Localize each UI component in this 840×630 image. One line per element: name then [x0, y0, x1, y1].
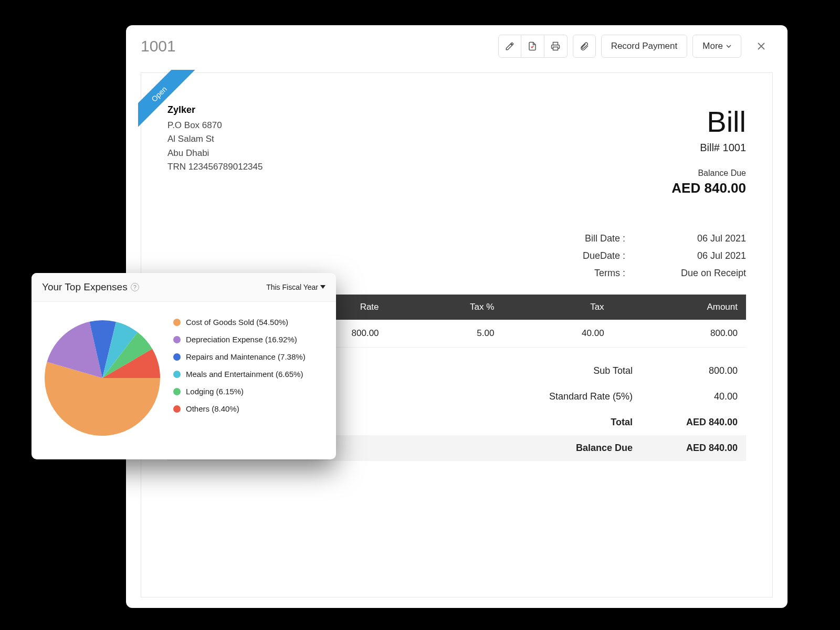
legend-label: Others (8.40%) — [186, 404, 239, 413]
legend-item: Meals and Entertainment (6.65%) — [173, 370, 326, 379]
close-icon — [756, 41, 766, 51]
col-tax: Tax — [502, 295, 612, 320]
expenses-title: Your Top Expenses — [42, 281, 128, 293]
legend-item: Others (8.40%) — [173, 404, 326, 413]
printer-icon — [551, 41, 560, 51]
page-title: 1001 — [141, 37, 498, 55]
expenses-filter-label: This Fiscal Year — [266, 283, 318, 291]
vendor-line2: Al Salam St — [167, 132, 262, 146]
paperclip-icon — [580, 41, 589, 51]
pie-legend: Cost of Goods Sold (54.50%)Depreciation … — [173, 318, 326, 438]
expenses-header: Your Top Expenses ? This Fiscal Year — [32, 273, 336, 302]
toolbar: Record Payment More — [498, 35, 773, 58]
legend-dot-icon — [173, 319, 181, 326]
subtotal-value: 800.00 — [654, 365, 738, 376]
bill-number: Bill# 1001 — [671, 142, 746, 154]
help-icon[interactable]: ? — [131, 283, 139, 291]
vendor-line3: Abu Dhabi — [167, 146, 262, 160]
caret-down-icon — [320, 285, 326, 289]
legend-item: Cost of Goods Sold (54.50%) — [173, 318, 326, 327]
legend-dot-icon — [173, 371, 181, 378]
total-label: Total — [496, 417, 633, 428]
legend-label: Meals and Entertainment (6.65%) — [186, 370, 303, 379]
col-taxpct: Tax % — [387, 295, 503, 320]
balance-due-row-label: Balance Due — [496, 443, 633, 454]
top-expenses-card: Your Top Expenses ? This Fiscal Year Cos… — [32, 273, 336, 459]
expenses-body: Cost of Goods Sold (54.50%)Depreciation … — [32, 302, 336, 459]
bill-meta: Bill Date : 06 Jul 2021 DueDate : 06 Jul… — [167, 233, 746, 279]
chevron-down-icon — [726, 44, 731, 49]
legend-item: Depreciation Expense (16.92%) — [173, 335, 326, 344]
taxrate-value: 40.00 — [654, 391, 738, 402]
cell-taxpct: 5.00 — [387, 320, 503, 348]
more-button[interactable]: More — [692, 35, 741, 58]
terms-label: Terms : — [547, 268, 625, 279]
pencil-icon — [505, 41, 514, 51]
terms-value: Due on Receipt — [652, 268, 746, 279]
legend-item: Lodging (6.15%) — [173, 387, 326, 396]
col-amount: Amount — [613, 295, 746, 320]
legend-label: Cost of Goods Sold (54.50%) — [186, 318, 288, 327]
print-button[interactable] — [544, 35, 568, 58]
cell-amount: 800.00 — [613, 320, 746, 348]
pie-chart — [42, 318, 163, 438]
record-payment-button[interactable]: Record Payment — [601, 35, 688, 58]
legend-label: Lodging (6.15%) — [186, 387, 244, 396]
expenses-title-wrap: Your Top Expenses ? — [42, 281, 139, 293]
total-value: AED 840.00 — [654, 417, 738, 428]
icon-button-group — [498, 35, 568, 58]
pdf-button[interactable] — [521, 35, 544, 58]
status-label: Open — [138, 70, 198, 133]
subtotal-label: Sub Total — [496, 365, 633, 376]
cell-tax: 40.00 — [502, 320, 612, 348]
header: 1001 Record Payment More — [126, 25, 788, 67]
legend-label: Depreciation Expense (16.92%) — [186, 335, 297, 344]
record-payment-label: Record Payment — [611, 41, 678, 51]
bill-heading-block: Bill Bill# 1001 Balance Due AED 840.00 — [671, 104, 746, 196]
bill-date-value: 06 Jul 2021 — [652, 233, 746, 244]
balance-due-row-value: AED 840.00 — [654, 443, 738, 454]
due-date-value: 06 Jul 2021 — [652, 250, 746, 261]
edit-button[interactable] — [498, 35, 521, 58]
taxrate-label: Standard Rate (5%) — [496, 391, 633, 402]
status-sash: Open — [138, 70, 201, 133]
legend-dot-icon — [173, 353, 181, 361]
attach-button[interactable] — [573, 35, 596, 58]
legend-item: Repairs and Maintenance (7.38%) — [173, 352, 326, 361]
vendor-line4: TRN 123456789012345 — [167, 160, 262, 174]
legend-label: Repairs and Maintenance (7.38%) — [186, 352, 306, 361]
balance-due-label: Balance Due — [671, 169, 746, 178]
expenses-filter[interactable]: This Fiscal Year — [266, 283, 326, 291]
legend-dot-icon — [173, 388, 181, 395]
bill-date-label: Bill Date : — [547, 233, 625, 244]
close-button[interactable] — [750, 35, 773, 58]
balance-due-value: AED 840.00 — [671, 180, 746, 196]
more-label: More — [702, 41, 723, 51]
pdf-icon — [528, 41, 537, 51]
legend-dot-icon — [173, 405, 181, 413]
bill-heading: Bill — [671, 104, 746, 139]
due-date-label: DueDate : — [547, 250, 625, 261]
legend-dot-icon — [173, 336, 181, 343]
